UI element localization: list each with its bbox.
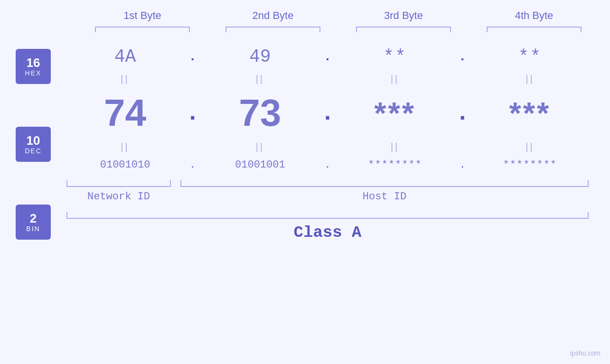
watermark: ipshu.com [570, 349, 601, 357]
network-id-label: Network ID [66, 191, 171, 203]
bin-val-2: 01001001 [235, 159, 285, 171]
dec-cell-2: 73 [203, 91, 317, 135]
bin-cell-1: 01001010 [68, 159, 182, 171]
dec-val-3: *** [374, 95, 416, 131]
bin-val-1: 01001010 [100, 159, 150, 171]
bracket-2 [225, 27, 320, 32]
bracket-1 [95, 27, 190, 32]
hex-badge-label: HEX [25, 69, 42, 77]
byte-headers-row: 1st Byte 2nd Byte 3rd Byte 4th Byte [77, 9, 600, 22]
host-id-label: Host ID [180, 191, 589, 203]
class-label: Class A [294, 224, 362, 242]
main-container: 1st Byte 2nd Byte 3rd Byte 4th Byte 16 H… [0, 0, 610, 364]
class-label-row: Class A [66, 224, 589, 242]
eq-1-2: || [203, 74, 317, 84]
byte-3-header: 3rd Byte [347, 9, 460, 22]
equals-row-1: || || || || [66, 72, 589, 86]
bin-row: 01001010 . 01001001 . ******** . *******… [66, 154, 589, 176]
rows-area: 16 HEX 10 DEC 2 BIN 4A . 49 [0, 42, 610, 242]
hex-dot-3: . [455, 49, 469, 64]
id-labels-row: Network ID Host ID [66, 191, 589, 203]
eq-2-1: || [68, 141, 182, 152]
byte-4-header: 4th Byte [477, 9, 591, 22]
hex-val-4: ** [518, 47, 542, 67]
hex-val-3: ** [383, 47, 407, 67]
hex-cell-1: 4A [68, 47, 182, 67]
bin-cell-2: 01001001 [203, 159, 317, 171]
dec-badge-label: DEC [25, 147, 42, 155]
eq-2-4: || [473, 141, 587, 152]
bottom-brackets-row [66, 180, 589, 187]
dec-badge: 10 DEC [16, 127, 51, 162]
bracket-4 [487, 27, 582, 32]
class-bracket-row [66, 212, 589, 219]
hex-badge-num: 16 [27, 56, 40, 70]
badges-column: 16 HEX 10 DEC 2 BIN [0, 42, 66, 242]
bin-badge-num: 2 [30, 212, 37, 225]
eq-1-3: || [338, 74, 452, 84]
eq-1-4: || [473, 74, 587, 84]
eq-2-2: || [203, 141, 317, 152]
byte-1-header: 1st Byte [85, 9, 199, 22]
bin-dot-3: . [455, 160, 469, 170]
bracket-3 [356, 27, 451, 32]
hex-dot-1: . [186, 49, 200, 64]
dec-cell-4: *** [473, 95, 587, 131]
data-area: 4A . 49 . ** . ** || || [66, 42, 610, 242]
bin-badge: 2 BIN [16, 205, 51, 240]
dec-row: 74 . 73 . *** . *** [66, 86, 589, 140]
dec-cell-1: 74 [68, 91, 182, 135]
hex-val-2: 49 [249, 47, 271, 67]
network-bracket [66, 180, 171, 187]
bin-dot-2: . [320, 160, 335, 170]
eq-1-1: || [68, 74, 182, 84]
bin-cell-4: ******** [473, 159, 587, 171]
dec-val-4: *** [509, 95, 551, 131]
bin-val-3: ******** [368, 159, 422, 171]
hex-dot-2: . [320, 49, 335, 64]
bin-cell-3: ******** [338, 159, 452, 171]
hex-row: 4A . 49 . ** . ** [66, 42, 589, 72]
equals-row-2: || || || || [66, 140, 589, 154]
dec-dot-1: . [186, 100, 200, 127]
hex-cell-3: ** [338, 47, 452, 67]
eq-2-3: || [338, 141, 452, 152]
bin-badge-label: BIN [26, 225, 40, 233]
class-bracket [66, 212, 589, 219]
dec-cell-3: *** [338, 95, 452, 131]
dec-badge-num: 10 [27, 134, 40, 148]
host-bracket [180, 180, 589, 187]
bin-val-4: ******** [503, 159, 557, 171]
dec-val-2: 73 [239, 91, 281, 135]
dec-val-1: 74 [104, 91, 146, 135]
dec-dot-2: . [320, 100, 335, 127]
top-brackets [77, 27, 600, 32]
byte-2-header: 2nd Byte [216, 9, 330, 22]
hex-val-1: 4A [114, 47, 136, 67]
hex-cell-4: ** [473, 47, 587, 67]
dec-dot-3: . [455, 100, 469, 127]
hex-cell-2: 49 [203, 47, 317, 67]
bin-dot-1: . [186, 160, 200, 170]
hex-badge: 16 HEX [16, 49, 51, 84]
